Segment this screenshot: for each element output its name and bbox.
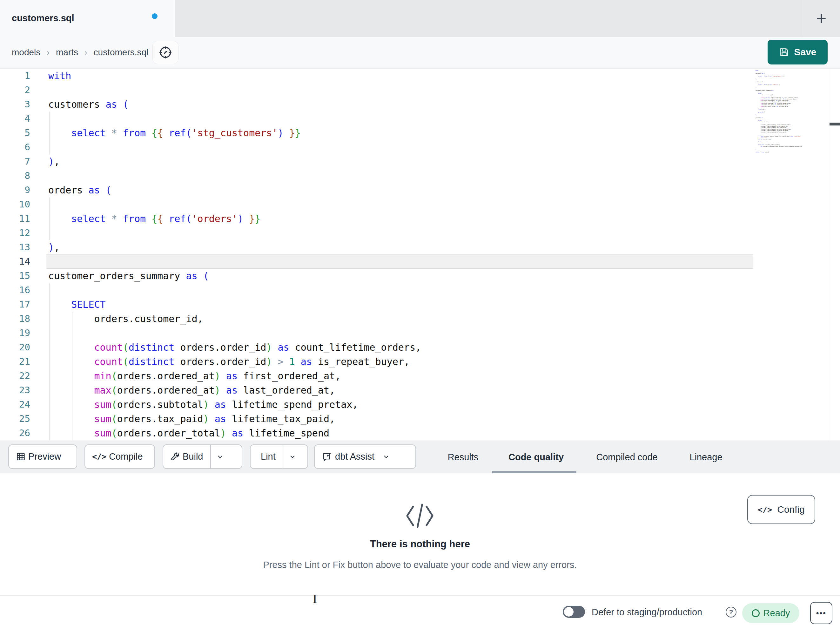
mouse-cursor-ibeam: I	[313, 592, 317, 606]
tab-bar: customers.sql +	[0, 0, 840, 36]
defer-label: Defer to staging/production	[592, 596, 702, 628]
status-circle-icon	[752, 609, 759, 617]
dbt-assist-dropdown-button[interactable]	[377, 453, 395, 460]
lint-label: Lint	[258, 451, 278, 462]
preview-label: Preview	[26, 451, 63, 462]
minimap-divider	[829, 69, 829, 441]
dbt-ide-window: customers.sql + models › marts › custome…	[0, 0, 840, 628]
chevron-down-icon	[382, 453, 390, 460]
code-icon: </>	[92, 452, 106, 461]
compass-icon	[158, 45, 173, 60]
empty-state-title: There is nothing here	[0, 538, 840, 550]
unsaved-changes-dot-icon	[152, 13, 158, 19]
help-question-icon[interactable]: ?	[726, 607, 736, 617]
chevron-right-icon: ›	[47, 47, 49, 57]
chevron-down-icon	[216, 453, 224, 460]
chevron-right-icon: ›	[84, 47, 87, 57]
table-icon	[16, 452, 26, 462]
code-brackets-icon	[404, 503, 436, 528]
editor-toolbar: Preview </> Compile Build Lint	[0, 441, 840, 473]
compile-button[interactable]: </> Compile	[84, 445, 155, 469]
preview-button[interactable]: Preview	[8, 445, 77, 469]
ellipsis-icon: •••	[816, 609, 826, 618]
chevron-down-icon	[289, 453, 296, 460]
environment-status-badge[interactable]: Ready	[742, 603, 799, 623]
code-lines: 1with23customers as (45 select * from {{…	[0, 69, 756, 440]
minimap-content: withcustomers as ( select * from {{ ref(…	[756, 70, 828, 153]
save-label: Save	[794, 47, 816, 57]
empty-state-subtitle: Press the Lint or Fix button above to ev…	[0, 560, 840, 570]
breadcrumb: models › marts › customers.sql	[12, 36, 148, 68]
plus-icon: +	[816, 8, 827, 28]
wrench-icon	[170, 452, 180, 462]
file-tab-customers-sql[interactable]: customers.sql	[0, 0, 175, 36]
tab-lineage[interactable]: Lineage	[690, 441, 722, 474]
status-bar: Defer to staging/production ? Ready •••	[0, 595, 840, 628]
compile-label: Compile	[106, 451, 145, 462]
defer-toggle[interactable]	[563, 606, 585, 618]
status-label: Ready	[763, 608, 790, 619]
dbt-assist-button[interactable]: dbt Assist	[314, 445, 416, 469]
file-tab-title: customers.sql	[12, 13, 74, 24]
code-icon: </>	[758, 505, 772, 514]
breadcrumb-row: models › marts › customers.sql	[0, 36, 840, 69]
minimap[interactable]: withcustomers as ( select * from {{ ref(…	[756, 70, 828, 438]
lint-dropdown-button[interactable]	[283, 453, 302, 460]
build-dropdown-button[interactable]	[211, 453, 229, 460]
code-editor[interactable]: 1with23customers as (45 select * from {{…	[0, 69, 840, 441]
code-quality-panel: There is nothing here Press the Lint or …	[0, 473, 840, 595]
config-button[interactable]: </> Config	[747, 495, 815, 524]
lint-button[interactable]: Lint	[250, 445, 308, 469]
save-button[interactable]: Save	[767, 40, 827, 65]
tab-results[interactable]: Results	[448, 441, 478, 474]
config-label: Config	[777, 504, 805, 515]
breadcrumb-marts[interactable]: marts	[56, 47, 78, 57]
scrollbar-marker[interactable]	[829, 123, 840, 125]
navigate-button[interactable]	[152, 41, 178, 64]
toggle-knob	[564, 607, 573, 617]
breadcrumb-file: customers.sql	[94, 47, 148, 57]
dbt-assist-label: dbt Assist	[333, 451, 377, 462]
assist-chat-sparkle-icon	[322, 451, 333, 462]
tab-compiled-code[interactable]: Compiled code	[596, 441, 657, 474]
breadcrumb-models[interactable]: models	[12, 47, 40, 57]
build-button[interactable]: Build	[163, 445, 242, 469]
build-label: Build	[180, 451, 206, 462]
save-icon	[779, 47, 789, 57]
tab-code-quality[interactable]: Code quality	[508, 441, 564, 474]
new-tab-button[interactable]: +	[808, 0, 835, 36]
more-options-button[interactable]: •••	[810, 602, 832, 624]
